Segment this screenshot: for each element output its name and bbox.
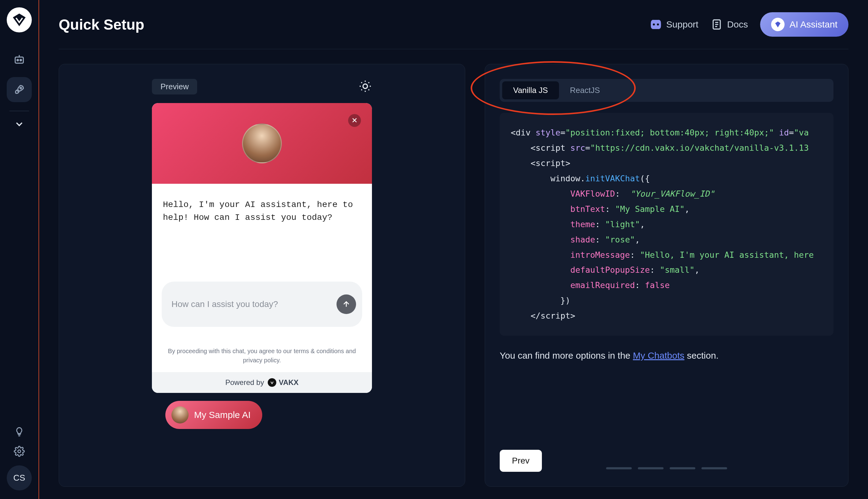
support-label: Support xyxy=(666,19,698,30)
chat-powered-by: Powered by VAKX xyxy=(152,372,372,393)
code-tabs: Vanilla JS ReactJS xyxy=(500,79,833,102)
tab-vanilla-js[interactable]: Vanilla JS xyxy=(502,81,559,99)
chat-intro-message: Hello, I'm your AI assistant, here to he… xyxy=(152,184,372,282)
svg-line-14 xyxy=(368,89,369,90)
preview-badge: Preview xyxy=(152,79,197,95)
powered-by-label: Powered by xyxy=(225,378,264,387)
svg-point-10 xyxy=(363,84,368,88)
svg-point-2 xyxy=(20,59,22,61)
chat-input-placeholder: How can I assist you today? xyxy=(172,299,278,309)
progress-step xyxy=(638,467,664,469)
ai-assistant-button[interactable]: AI Assistant xyxy=(760,12,848,37)
settings-icon[interactable] xyxy=(14,446,25,458)
launch-label: My Sample AI xyxy=(194,410,251,420)
preview-card: Preview ✕ Hello, I'm your AI assistant, … xyxy=(59,64,465,487)
nav-bot-icon[interactable] xyxy=(7,47,32,72)
progress-step xyxy=(702,467,727,469)
main: Quick Setup Support Docs AI Assistant xyxy=(39,0,868,499)
vakx-brand-label: VAKX xyxy=(279,378,299,387)
tab-reactjs[interactable]: ReactJS xyxy=(559,81,611,99)
support-link[interactable]: Support xyxy=(650,19,698,31)
topbar: Quick Setup Support Docs AI Assistant xyxy=(59,12,848,49)
page-title: Quick Setup xyxy=(59,16,144,33)
vakx-brand-icon: VAKX xyxy=(268,378,299,387)
code-card: Vanilla JS ReactJS <div style="position:… xyxy=(485,64,848,487)
docs-link[interactable]: Docs xyxy=(710,19,748,31)
svg-rect-0 xyxy=(15,57,24,63)
user-avatar[interactable]: CS xyxy=(7,465,32,490)
info-prefix: You can find more options in the xyxy=(500,350,633,361)
code-snippet[interactable]: <div style="position:fixed; bottom:40px;… xyxy=(500,113,833,336)
sidebar-expand-icon[interactable] xyxy=(14,119,25,131)
chat-send-button[interactable] xyxy=(336,294,356,314)
ai-assistant-logo-icon xyxy=(771,18,784,31)
chat-close-button[interactable]: ✕ xyxy=(348,114,361,127)
nav-divider xyxy=(10,111,29,111)
chat-header: ✕ xyxy=(152,103,372,184)
svg-line-18 xyxy=(368,82,369,83)
chat-widget: ✕ Hello, I'm your AI assistant, here to … xyxy=(152,103,372,393)
info-line: You can find more options in the My Chat… xyxy=(500,350,833,361)
info-suffix: section. xyxy=(684,350,719,361)
chat-input[interactable]: How can I assist you today? xyxy=(162,282,362,327)
launch-chat-button[interactable]: My Sample AI xyxy=(165,401,262,429)
theme-toggle-icon[interactable] xyxy=(359,80,372,94)
lightbulb-icon[interactable] xyxy=(14,426,25,438)
chat-avatar-icon xyxy=(242,123,282,163)
nav-rocket-icon[interactable] xyxy=(7,77,32,102)
sidebar: CS xyxy=(0,0,39,499)
my-chatbots-link[interactable]: My Chatbots xyxy=(633,350,684,361)
docs-label: Docs xyxy=(727,19,748,30)
svg-line-13 xyxy=(361,82,362,83)
ai-assistant-label: AI Assistant xyxy=(790,19,838,30)
svg-point-4 xyxy=(20,87,22,89)
svg-point-5 xyxy=(18,450,21,453)
progress-indicator xyxy=(606,467,727,469)
chat-terms-text: By proceeding with this chat, you agree … xyxy=(152,339,372,372)
app-logo[interactable] xyxy=(7,7,32,33)
prev-button[interactable]: Prev xyxy=(500,450,542,472)
progress-step xyxy=(606,467,632,469)
launch-avatar-icon xyxy=(172,406,189,424)
svg-line-17 xyxy=(361,89,362,90)
svg-point-1 xyxy=(17,59,18,61)
progress-step xyxy=(670,467,695,469)
